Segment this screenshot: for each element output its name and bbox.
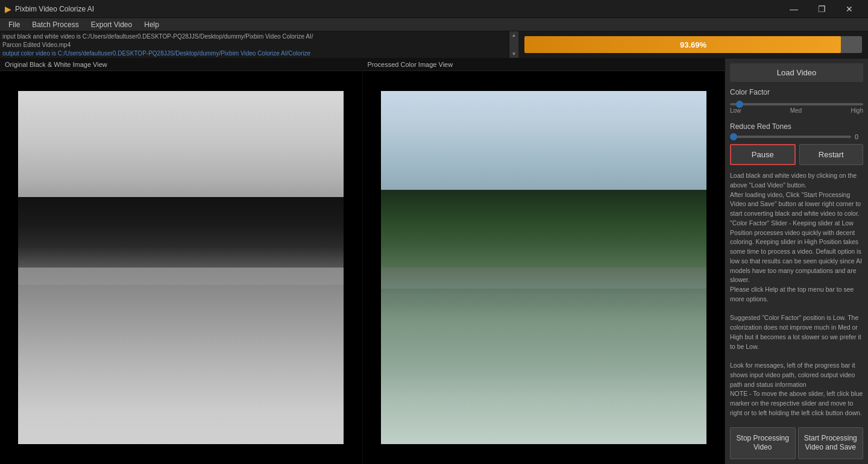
color-panel-content <box>363 71 725 464</box>
info-line3: output color video is C:/Users/defaultus… <box>2 49 506 58</box>
slider-high-label: High <box>851 107 863 114</box>
titlebar-left: ▶ Pixbim Video Colorize AI <box>5 4 94 14</box>
stop-btn-line1: Stop Processing <box>737 434 789 442</box>
infobar-lines: input black and white video is C:/Users/… <box>2 33 506 58</box>
menu-help[interactable]: Help <box>138 19 165 30</box>
slider-med-label: Med <box>790 107 802 114</box>
reduce-red-value: 0 <box>855 133 863 140</box>
menu-batch-process[interactable]: Batch Process <box>26 19 84 30</box>
reduce-red-label: Reduce Red Tones <box>730 122 863 131</box>
color-image <box>381 91 706 445</box>
video-panels: Original Black & White Image View Proces… <box>0 58 725 464</box>
info-line2: Parcon Edited Video.mp4 <box>2 41 506 49</box>
scroll-up-arrow[interactable]: ▲ <box>512 33 517 38</box>
maximize-button[interactable]: ❐ <box>808 0 835 18</box>
main-content: Original Black & White Image View Proces… <box>0 58 868 464</box>
close-button[interactable]: ✕ <box>835 0 863 18</box>
bw-panel-header: Original Black & White Image View <box>0 58 362 71</box>
infobar: input black and white video is C:/Users/… <box>0 31 868 58</box>
minimize-button[interactable]: — <box>780 0 808 18</box>
color-panel: Processed Color Image View <box>363 58 725 464</box>
bottom-buttons: Stop Processing Video Start Processing V… <box>730 427 863 459</box>
start-btn-line2: Video and Save <box>805 443 856 451</box>
menu-export-video[interactable]: Export Video <box>85 19 139 30</box>
start-processing-button[interactable]: Start Processing Video and Save <box>798 427 864 459</box>
reduce-red-section: Reduce Red Tones 0 <box>730 122 863 140</box>
titlebar: ▶ Pixbim Video Colorize AI — ❐ ✕ <box>0 0 868 18</box>
video-area: Original Black & White Image View Proces… <box>0 58 725 464</box>
info-line1: input black and white video is C:/Users/… <box>2 33 506 41</box>
scroll-down-arrow[interactable]: ▼ <box>512 51 517 57</box>
app-title: Pixbim Video Colorize AI <box>15 5 94 13</box>
stop-processing-button[interactable]: Stop Processing Video <box>730 427 796 459</box>
titlebar-controls: — ❐ ✕ <box>780 0 863 18</box>
infobar-text: input black and white video is C:/Users/… <box>0 31 509 58</box>
restart-button[interactable]: Restart <box>799 144 864 165</box>
stop-btn-line2: Video <box>753 443 772 451</box>
color-factor-section: Color Factor Low Med High <box>730 88 863 119</box>
start-btn-line1: Start Processing <box>804 434 857 442</box>
progress-bar: 93.69% <box>524 36 862 53</box>
progress-area: 93.69% <box>518 31 868 58</box>
bw-image <box>18 91 344 445</box>
menu-file[interactable]: File <box>2 19 26 30</box>
app-icon: ▶ <box>5 4 11 14</box>
slider-labels: Low Med High <box>730 107 863 114</box>
bw-panel-content <box>0 71 362 464</box>
bw-panel: Original Black & White Image View <box>0 58 363 464</box>
reduce-red-slider[interactable] <box>730 136 851 138</box>
color-panel-header: Processed Color Image View <box>363 58 725 71</box>
right-panel: Load Video Color Factor Low Med High Red… <box>725 58 868 464</box>
infobar-scrollbar[interactable]: ▲ ▼ <box>509 31 518 58</box>
help-text: Load black and white video by clicking o… <box>730 171 863 422</box>
pause-button[interactable]: Pause <box>730 144 796 165</box>
slider-low-label: Low <box>730 107 741 114</box>
load-video-button[interactable]: Load Video <box>730 63 863 82</box>
color-factor-label: Color Factor <box>730 88 863 96</box>
progress-label: 93.69% <box>680 40 706 49</box>
color-factor-slider[interactable] <box>730 103 863 105</box>
pause-restart-row: Pause Restart <box>730 144 863 165</box>
menubar: File Batch Process Export Video Help <box>0 18 868 31</box>
